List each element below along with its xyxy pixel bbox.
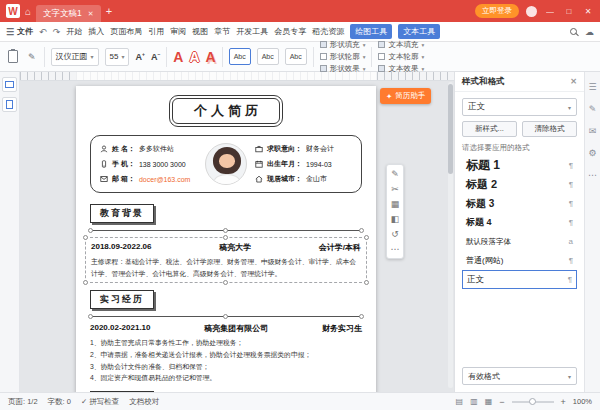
selection-handle[interactable]: [223, 235, 228, 240]
selection-handle[interactable]: [364, 235, 369, 240]
panel-more-icon[interactable]: ⋯: [588, 170, 597, 180]
menu-tab-docer[interactable]: 稻壳资源: [312, 26, 344, 37]
shape-style-preset-3[interactable]: Abc: [285, 48, 307, 65]
shape-style-preset-2[interactable]: Abc: [257, 48, 279, 65]
section-heading-internship[interactable]: 实习经历: [90, 290, 154, 309]
word-count[interactable]: 字数: 0: [48, 397, 71, 407]
text-fill-button[interactable]: 文本填充▾: [378, 40, 424, 50]
login-button[interactable]: 立即登录: [475, 4, 519, 18]
scrollbar-thumb[interactable]: [448, 84, 453, 174]
insert-textbox-button[interactable]: [2, 77, 17, 92]
menu-tab-devtools[interactable]: 开发工具: [236, 26, 268, 37]
current-style-select[interactable]: 正文 ▾: [462, 98, 577, 116]
horizontal-ruler[interactable]: [20, 72, 454, 81]
proofread-button[interactable]: 文档校对: [129, 397, 159, 407]
font-name-select[interactable]: 汉仪正圆 ▾: [51, 48, 99, 66]
panel-close-icon[interactable]: ✕: [570, 77, 577, 86]
info-email-value[interactable]: docer@163.com: [139, 176, 190, 183]
user-avatar[interactable]: [526, 6, 537, 17]
cloud-sync-icon[interactable]: ☁: [585, 27, 594, 37]
menu-tab-references[interactable]: 引用: [148, 26, 164, 37]
undo-icon[interactable]: ↶: [39, 27, 47, 37]
edit-icon[interactable]: ✎: [391, 169, 399, 179]
document-page[interactable]: 个人简历 姓 名： 多多软件站 手 机： 138 3000 3000: [76, 86, 376, 392]
vertical-scrollbar[interactable]: [448, 82, 453, 388]
selection-handle[interactable]: [88, 228, 93, 233]
paste-button[interactable]: [6, 48, 20, 65]
style-item-normal-web[interactable]: 普通(网站)¶: [462, 251, 577, 270]
text-outline-button[interactable]: 文本轮廓▾: [378, 52, 424, 62]
view-mode-3-icon[interactable]: ▦: [485, 397, 493, 406]
selection-handle[interactable]: [223, 280, 228, 285]
decrease-font-button[interactable]: A−: [151, 51, 160, 62]
section-heading-campus[interactable]: 校园经历: [90, 391, 154, 392]
zoom-slider[interactable]: [512, 401, 554, 403]
shape-style-preset-1[interactable]: Abc: [229, 48, 251, 65]
zoom-in-button[interactable]: +: [561, 397, 566, 407]
panel-settings-icon[interactable]: ⚙: [588, 148, 596, 158]
page-indicator[interactable]: 页面: 1/2: [8, 397, 38, 407]
format-painter-icon[interactable]: ✎: [26, 50, 38, 64]
style-item-heading4[interactable]: 标题 4¶: [462, 213, 577, 232]
clear-format-button[interactable]: 清除格式: [522, 121, 577, 137]
zoom-level[interactable]: 100%: [573, 397, 592, 406]
new-style-button[interactable]: 新样式...: [462, 121, 517, 137]
menu-tab-start[interactable]: 开始: [66, 26, 82, 37]
resume-info-box[interactable]: 姓 名： 多多软件站 手 机： 138 3000 3000 邮 箱： docer…: [90, 135, 362, 193]
new-tab-button[interactable]: +: [106, 5, 112, 17]
layout-icon[interactable]: ▦: [391, 199, 400, 209]
panel-nav-icon[interactable]: ☰: [588, 82, 596, 92]
resume-assistant-button[interactable]: ✦ 简历助手: [380, 88, 431, 104]
home-icon[interactable]: ⌂: [25, 6, 31, 17]
file-menu[interactable]: ☰ 文件: [6, 26, 33, 37]
maximize-button[interactable]: □: [563, 7, 575, 16]
style-item-heading3[interactable]: 标题 3¶: [462, 194, 577, 213]
selection-handle[interactable]: [88, 314, 93, 319]
rotate-icon[interactable]: ↺: [391, 229, 399, 239]
insert-vertical-textbox-button[interactable]: [2, 97, 17, 112]
show-format-select[interactable]: 有效格式 ▾: [462, 367, 577, 385]
section-heading-education[interactable]: 教育背景: [90, 204, 154, 223]
style-item-body-text[interactable]: 正文¶: [462, 270, 577, 289]
resume-title[interactable]: 个人简历: [172, 98, 280, 124]
search-icon[interactable]: [570, 28, 577, 35]
tab-close-icon[interactable]: ✕: [88, 10, 94, 18]
selection-outline[interactable]: 2018.09-2022.06 稿亮大学 会计学/本科 主修课程：基础会计学、税…: [85, 237, 367, 283]
menu-tab-review[interactable]: 审阅: [170, 26, 186, 37]
selection-handle[interactable]: [223, 228, 228, 233]
context-tab-text-tools[interactable]: 文本工具: [398, 24, 440, 39]
selection-handle[interactable]: [364, 280, 369, 285]
view-mode-1-icon[interactable]: ▤: [456, 397, 464, 406]
font-size-select[interactable]: 55 ▾: [105, 48, 130, 66]
close-button[interactable]: ✕: [582, 7, 594, 16]
panel-edit-icon[interactable]: ✎: [589, 104, 597, 114]
cut-icon[interactable]: ✂: [391, 184, 399, 194]
selection-handle[interactable]: [359, 314, 364, 319]
redo-icon[interactable]: ↷: [53, 27, 61, 37]
selection-handle[interactable]: [359, 228, 364, 233]
minimize-button[interactable]: —: [544, 7, 556, 16]
text-effect-shadow-button[interactable]: A: [206, 50, 216, 64]
style-item-heading1[interactable]: 标题 1¶: [462, 156, 577, 175]
menu-tab-page-layout[interactable]: 页面布局: [110, 26, 142, 37]
text-effect-solid-button[interactable]: A: [173, 50, 183, 64]
context-tab-drawing-tools[interactable]: 绘图工具: [350, 24, 392, 39]
style-item-default-font[interactable]: 默认段落字体a: [462, 232, 577, 251]
fill-icon[interactable]: ◧: [391, 214, 400, 224]
increase-font-button[interactable]: A+: [135, 51, 144, 62]
zoom-slider-thumb[interactable]: [529, 398, 536, 405]
document-canvas[interactable]: 个人简历 姓 名： 多多软件站 手 机： 138 3000 3000: [20, 72, 454, 392]
profile-photo[interactable]: [205, 143, 247, 185]
selection-handle[interactable]: [223, 314, 228, 319]
spell-check-button[interactable]: ✓ 拼写检查: [81, 397, 119, 407]
view-mode-2-icon[interactable]: ▥: [470, 397, 478, 406]
more-icon[interactable]: ⋯: [391, 244, 400, 254]
menu-tab-view[interactable]: 视图: [192, 26, 208, 37]
selection-handle[interactable]: [83, 235, 88, 240]
shape-outline-button[interactable]: 形状轮廓▾: [320, 52, 366, 62]
menu-tab-insert[interactable]: 插入: [88, 26, 104, 37]
style-item-heading2[interactable]: 标题 2¶: [462, 175, 577, 194]
text-effect-outline-button[interactable]: A: [189, 50, 199, 64]
menu-tab-section[interactable]: 章节: [214, 26, 230, 37]
selection-handle[interactable]: [83, 280, 88, 285]
